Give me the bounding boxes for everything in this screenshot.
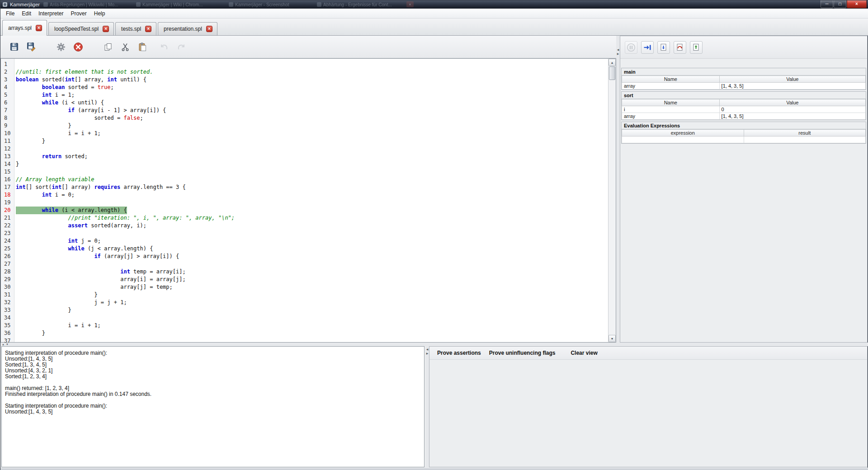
minimize-button[interactable]: ─ [821, 0, 833, 8]
gutter-line-number[interactable]: 7 [1, 107, 14, 114]
gutter-line-number[interactable]: 21 [1, 214, 14, 222]
gutter-line-number[interactable]: 16 [1, 176, 14, 183]
code-line[interactable]: } [16, 291, 608, 299]
stop-button[interactable] [70, 39, 86, 55]
code-line[interactable]: } [16, 122, 608, 130]
button-prove-assertions[interactable]: Prove assertions [433, 348, 485, 358]
close-button[interactable]: × [847, 0, 867, 8]
gutter-line-number[interactable]: 17 [1, 183, 14, 191]
editor-debug-splitter[interactable]: ◀ ▶ [616, 36, 620, 343]
gutter-line-number[interactable]: 36 [1, 329, 14, 337]
editor-scrollbar[interactable]: ▲ ▼ [608, 59, 616, 342]
console-output[interactable]: Starting interpretation of procedure mai… [1, 346, 425, 467]
gutter-line-number[interactable]: 29 [1, 276, 14, 283]
code-line[interactable]: if (array[j] > array[i]) { [16, 253, 608, 260]
code-line[interactable]: int i = 1; [16, 91, 608, 99]
code-line[interactable] [16, 230, 608, 237]
undo-button[interactable] [156, 39, 172, 55]
collapse-down-icon[interactable]: ▼ [6, 343, 9, 346]
menu-edit[interactable]: Edit [18, 9, 35, 18]
gutter-line-number[interactable]: 19 [1, 199, 14, 207]
code-line[interactable]: return sorted; [16, 153, 608, 160]
gutter-line-number[interactable]: 23 [1, 230, 14, 237]
code-line[interactable]: i = i + 1; [16, 322, 608, 329]
gutter-line-number[interactable]: 28 [1, 268, 14, 276]
gutter-line-number[interactable]: 30 [1, 283, 14, 291]
tab-close-icon[interactable]: × [103, 26, 109, 32]
code-line[interactable] [16, 168, 608, 176]
collapse-left-icon[interactable]: ◀ [617, 48, 619, 52]
gutter-line-number[interactable]: 24 [1, 237, 14, 245]
tab-presentation-spl[interactable]: presentation.spl× [158, 22, 217, 35]
step-button[interactable] [641, 41, 654, 54]
tab-arrays-spl[interactable]: arrays.spl× [2, 20, 47, 35]
step-over-button[interactable] [674, 41, 686, 54]
code-line[interactable] [16, 337, 608, 342]
column-header-expression[interactable]: expression [622, 130, 744, 136]
menu-prover[interactable]: Prover [67, 9, 90, 18]
gutter-line-number[interactable]: 14 [1, 160, 14, 168]
code-line[interactable]: int temp = array[i]; [16, 268, 608, 276]
scroll-up-icon[interactable]: ▲ [609, 59, 616, 66]
gutter-line-number[interactable]: 31 [1, 291, 14, 299]
resume-button[interactable] [625, 41, 637, 54]
code-line[interactable]: } [16, 137, 608, 145]
gutter-line-number[interactable]: 1 [1, 61, 14, 68]
gutter-line-number[interactable]: 11 [1, 137, 14, 145]
column-header-value[interactable]: Value [719, 76, 865, 83]
gutter-line-number[interactable]: 26 [1, 253, 14, 260]
column-header-name[interactable]: Name [622, 76, 720, 83]
code-line[interactable]: } [16, 306, 608, 314]
code-line[interactable]: array[j] = temp; [16, 283, 608, 291]
tab-close-icon[interactable]: × [36, 25, 42, 31]
gutter-line-number[interactable]: 8 [1, 114, 14, 122]
code-line[interactable] [16, 199, 608, 207]
code-line[interactable]: //print "iteration: ", i, ", array: ", a… [16, 214, 608, 222]
maximize-button[interactable]: □ [834, 0, 846, 8]
code-line[interactable]: while (i < array.length) { [16, 207, 608, 214]
code-line[interactable]: int i = 0; [16, 191, 608, 199]
gutter-line-number[interactable]: 18 [1, 191, 14, 199]
code-line[interactable]: if (array[i - 1] > array[i]) { [16, 107, 608, 114]
gear-button[interactable] [53, 39, 69, 55]
step-into-button[interactable] [657, 41, 670, 54]
tab-loopspeedtest-spl[interactable]: loopSpeedTest.spl× [48, 22, 114, 35]
gutter-line-number[interactable]: 27 [1, 260, 14, 268]
code-line[interactable]: while (j < array.length) { [16, 245, 608, 253]
redo-button[interactable] [173, 39, 189, 55]
step-return-button[interactable] [690, 41, 703, 54]
save-button[interactable] [6, 39, 22, 55]
code-editor[interactable]: 1234567891011121314151617181920212223242… [0, 58, 616, 343]
copy-button[interactable] [100, 39, 116, 55]
gutter-line-number[interactable]: 2 [1, 68, 14, 76]
menu-help[interactable]: Help [90, 9, 109, 18]
gutter-line-number[interactable]: 22 [1, 222, 14, 230]
scroll-down-icon[interactable]: ▼ [609, 335, 616, 342]
code-line[interactable]: array[i] = array[j]; [16, 276, 608, 283]
var-row[interactable]: array[1, 4, 3, 5] [622, 83, 866, 89]
gutter-line-number[interactable]: 32 [1, 299, 14, 306]
column-header-name[interactable]: Name [622, 99, 720, 106]
code-line[interactable]: j = j + 1; [16, 299, 608, 306]
console-prover-splitter[interactable]: ◀ ▶ [425, 346, 429, 467]
code-line[interactable]: //until: first element that is not sorte… [16, 68, 608, 76]
collapse-right-icon[interactable]: ▶ [617, 52, 619, 56]
gutter-line-number[interactable]: 13 [1, 153, 14, 160]
gutter-line-number[interactable]: 15 [1, 168, 14, 176]
paste-button[interactable] [134, 39, 151, 55]
code-area[interactable]: //until: first element that is not sorte… [14, 59, 608, 342]
code-line[interactable]: while (i < until) { [16, 99, 608, 107]
collapse-right-icon[interactable]: ▶ [426, 352, 429, 355]
gutter-line-number[interactable]: 20 [1, 207, 14, 214]
column-header-result[interactable]: result [744, 130, 866, 136]
gutter-line-number[interactable]: 6 [1, 99, 14, 107]
menu-interpreter[interactable]: Interpreter [35, 9, 67, 18]
var-row[interactable]: i0 [622, 106, 866, 113]
gutter-line-number[interactable]: 4 [1, 84, 14, 91]
scrollbar-thumb[interactable] [609, 66, 615, 80]
code-line[interactable]: sorted = false; [16, 114, 608, 122]
code-line[interactable] [16, 145, 608, 153]
horizontal-splitter[interactable]: ▲ ▼ [0, 343, 868, 346]
gutter-line-number[interactable]: 3 [1, 76, 14, 84]
code-line[interactable] [16, 61, 608, 68]
